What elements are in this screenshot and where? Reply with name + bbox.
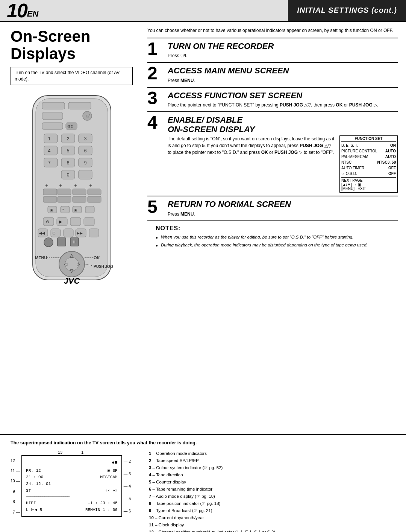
svg-rect-60 [64, 229, 73, 237]
svg-text:⏸: ⏸ [72, 240, 76, 244]
svg-text:4: 4 [48, 148, 50, 154]
fs-value-pal: AUTO [385, 154, 396, 160]
svg-text:?: ? [62, 208, 64, 212]
svg-text:▣: ▣ [74, 208, 77, 212]
tv-screen: ●■ PR. 12 ▣ SP 21 : 00 MESECAM 24. 12. 0… [21, 455, 122, 517]
fs-row-osd: ☞ O.S.D. OFF [341, 171, 396, 176]
tv-num-6: — 6 [124, 509, 131, 513]
step-1-content: TURN ON THE RECORDER Press ψ/I. [168, 41, 398, 59]
tv-num-8: 8 — [11, 499, 20, 504]
step-3-heading: ACCESS FUNCTION SET SCREEN [168, 91, 398, 100]
svg-rect-65 [58, 238, 66, 246]
tv-line-hifi: HIFI -1 : 23 : 45 [26, 500, 118, 507]
svg-rect-52 [57, 217, 67, 226]
remote-svg: ψ/I *GE 1 2 3 4 5 6 [21, 92, 122, 287]
svg-rect-34 [58, 189, 71, 195]
svg-text:8: 8 [67, 160, 69, 166]
fs-value-osd: OFF [388, 171, 396, 176]
svg-rect-10 [44, 134, 58, 143]
tv-num-9: 9 — [11, 489, 20, 494]
svg-text:◁: ◁ [64, 261, 68, 267]
svg-text:OK: OK [94, 255, 100, 260]
notes-list: When you use this recorder as the player… [156, 234, 389, 249]
step-1-number: 1 [147, 40, 163, 58]
svg-text:3: 3 [84, 136, 86, 141]
svg-text:0: 0 [67, 172, 69, 178]
svg-rect-40 [58, 196, 71, 202]
step-4-text: The default setting is "ON", so if you w… [168, 135, 336, 156]
bottom-bold-text: The superimposed indication on the TV sc… [11, 440, 395, 445]
tv-pr-left: PR. 12 [26, 468, 41, 474]
fs-row-pal: PAL·MESECAM AUTO [341, 154, 396, 160]
svg-text:+: + [45, 182, 48, 188]
step-4-inner: The default setting is "ON", so if you w… [168, 135, 398, 193]
tv-hifi-right: -1 : 23 : 45 [88, 500, 118, 507]
fs-value-picture: AUTO [385, 148, 396, 154]
tv-line-st: ST ‹‹ »» [26, 488, 118, 494]
svg-rect-32 [43, 189, 57, 195]
svg-text:+: + [59, 182, 62, 188]
indicator-9: 9 – Type of Broadcast (☞ pg. 21) [149, 507, 395, 514]
indicator-12: 12 – Channel position number/Aux. indica… [149, 529, 395, 532]
step-5-number: 5 [147, 198, 163, 216]
page-number: 10 [7, 1, 27, 20]
step-3-number: 3 [147, 89, 163, 107]
indicator-11: 11 – Clock display [149, 521, 395, 529]
right-column: You can choose whether or not to have va… [139, 22, 406, 434]
tv-line-remain: L ⊩◀ R REMAIN 1 : 00 [26, 507, 118, 514]
svg-rect-54 [70, 217, 81, 226]
svg-text:ψ/I: ψ/I [86, 114, 91, 118]
svg-rect-3 [68, 102, 91, 109]
step-1-heading: TURN ON THE RECORDER [168, 41, 398, 51]
svg-text:9: 9 [84, 160, 86, 166]
svg-text:+: + [89, 182, 92, 188]
indicator-5: 5 – Counter display [149, 479, 395, 486]
step-5-content: RETURN TO NORMAL SCREEN Press MENU. [168, 199, 398, 217]
section-title: On-ScreenDisplays [11, 28, 133, 62]
indicator-6: 6 – Tape remaining time indicator [149, 486, 395, 493]
bottom-content: 13 1 12 — 11 — 10 — 9 — 8 — 7 — ●■ PR. [11, 450, 395, 532]
tv-line-pr: PR. 12 ▣ SP [26, 468, 118, 474]
left-column: On-ScreenDisplays Turn on the TV and sel… [0, 22, 139, 434]
tv-time-left: 21 : 00 [26, 474, 43, 481]
tv-num-5: — 5 [124, 496, 131, 501]
fs-bottom-1: NEXT PAGE [341, 178, 396, 182]
svg-rect-16 [44, 146, 58, 155]
svg-text:▣: ▣ [50, 208, 53, 212]
step-5-heading: RETURN TO NORMAL SCREEN [168, 199, 398, 209]
notes-title: NOTES: [156, 225, 389, 232]
fs-label-best: B. E. S. T. [341, 143, 358, 148]
remote-image: ψ/I *GE 1 2 3 4 5 6 [11, 92, 133, 287]
fs-label-autotimer: AUTO TIMER [341, 165, 364, 171]
step-2-content: ACCESS MAIN MENU SCREEN Press MENU. [168, 66, 398, 84]
tv-st-right: ‹‹ »» [105, 488, 118, 494]
tv-num-12: 12 — [11, 458, 20, 463]
svg-text:*GE: *GE [67, 125, 73, 128]
indicator-list: 1 – Operation mode indicators 2 – Tape s… [149, 450, 395, 532]
svg-text:▷: ▷ [77, 261, 80, 267]
svg-rect-2 [42, 102, 65, 109]
step-2-desc: Press MENU. [168, 77, 398, 84]
fs-label-pal: PAL·MESECAM [341, 154, 368, 160]
svg-text:◀◀: ◀◀ [39, 231, 45, 235]
step-4: 4 ENABLE/ DISABLEON-SCREEN DISPLAY The d… [147, 111, 398, 196]
indicator-7: 7 – Audio mode display (☞ pg. 18) [149, 493, 395, 500]
svg-point-64 [44, 238, 53, 247]
svg-text:JVC: JVC [64, 276, 80, 286]
svg-text:⊙: ⊙ [46, 219, 49, 224]
fs-bottom-3: [MENU] : EXIT [341, 187, 396, 191]
fs-value-ntsc: NTSC3. 58 [377, 160, 396, 165]
tv-pr-right: ▣ SP [108, 468, 117, 474]
tv-top-label-1: 1 [81, 450, 83, 454]
step-4-content: ENABLE/ DISABLEON-SCREEN DISPLAY The def… [168, 115, 398, 193]
tv-line-cassette: ●■ [26, 459, 118, 467]
right-intro: You can choose whether or not to have va… [147, 27, 398, 34]
tv-screen-area: 13 1 12 — 11 — 10 — 9 — 8 — 7 — ●■ PR. [11, 450, 131, 532]
tv-num-11: 11 — [11, 468, 20, 473]
indicator-2: 2 – Tape speed SP/LP/EP [149, 457, 395, 464]
tv-top-labels: 13 1 [11, 450, 131, 454]
page-suffix: EN [27, 9, 39, 19]
indicator-3: 3 – Colour system indicator (☞ pg. 52) [149, 464, 395, 471]
svg-rect-42 [88, 196, 101, 202]
tv-diagram-wrapper: 12 — 11 — 10 — 9 — 8 — 7 — ●■ PR. 12 ▣ S… [11, 455, 131, 517]
